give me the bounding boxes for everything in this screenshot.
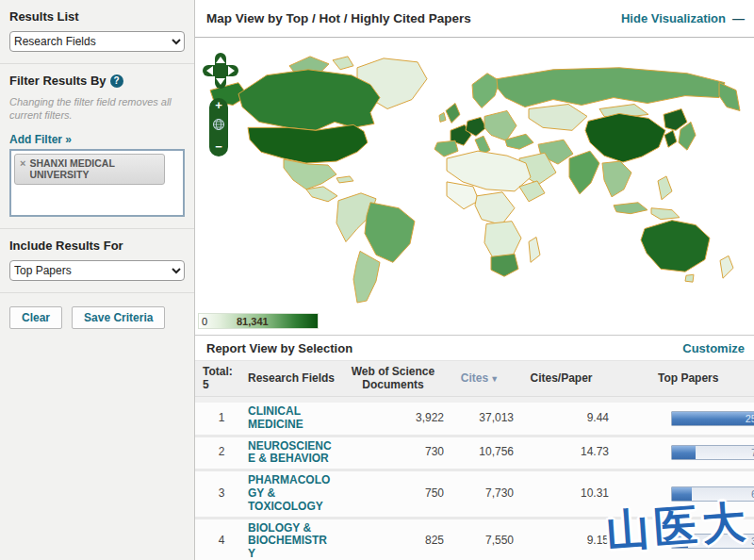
include-results-section: Include Results For Top Papers [0, 229, 194, 293]
filter-box: × SHANXI MEDICAL UNIVERSITY [9, 149, 185, 217]
table-row: 1 CLINICAL MEDICINE 3,922 37,013 9.44 25 [195, 397, 754, 435]
table-row: 2 NEUROSCIENCE & BEHAVIOR 730 10,756 14.… [195, 435, 754, 469]
cites-cell: 10,756 [446, 446, 514, 459]
rank-cell: 3 [195, 487, 248, 501]
cites-sort-header[interactable]: Cites▼ [446, 372, 514, 386]
wos-documents-header: Web of Science Documents [342, 366, 446, 392]
total-header: Total: 5 [195, 366, 248, 392]
help-icon[interactable]: ? [110, 74, 123, 88]
rank-cell: 2 [195, 446, 248, 459]
cites-cell: 7,730 [446, 487, 514, 501]
documents-cell: 730 [342, 446, 446, 459]
cites-cell: 7,550 [446, 535, 514, 548]
include-results-heading: Include Results For [9, 239, 185, 253]
table-header-row: Total: 5 Research Fields Web of Science … [195, 361, 754, 397]
visualization-header: Map View by Top / Hot / Highly Cited Pap… [195, 0, 754, 38]
field-cell: BIOLOGY & BIOCHEMISTRY [248, 522, 342, 560]
top-papers-header: Top Papers [613, 372, 754, 386]
results-list-heading: Results List [9, 9, 185, 24]
cites-per-paper-cell: 9.44 [514, 412, 613, 425]
top-papers-cell: 7 [613, 445, 754, 460]
top-papers-value: 25 [746, 413, 754, 425]
top-papers-bar: 25 [671, 411, 754, 426]
documents-cell: 825 [342, 535, 446, 548]
research-field-link[interactable]: PHARMACOLOGY & TOXICOLOGY [248, 474, 333, 513]
report-header: Report View by Selection Customize [195, 335, 754, 361]
filter-by-heading: Filter Results By? [9, 74, 185, 88]
top-papers-cell: 25 [613, 411, 754, 426]
filter-note: Changing the filter field removes all cu… [9, 95, 185, 123]
watermark: 山医大 [604, 493, 752, 560]
cites-per-paper-header: Cites/Paper [514, 372, 613, 386]
top-papers-bar-fill [672, 412, 754, 425]
sidebar: Results List Research Fields Filter Resu… [0, 0, 195, 560]
filter-chip[interactable]: × SHANXI MEDICAL UNIVERSITY [14, 154, 165, 185]
criteria-buttons: Clear Save Criteria [0, 293, 194, 340]
cites-per-paper-cell: 9.15 [514, 535, 613, 548]
top-papers-bar-fill [672, 446, 696, 459]
clear-button[interactable]: Clear [9, 306, 62, 329]
customize-link[interactable]: Customize [682, 341, 745, 355]
map-pan-control[interactable] [203, 53, 238, 89]
save-criteria-button[interactable]: Save Criteria [72, 306, 165, 329]
results-list-select[interactable]: Research Fields [9, 31, 185, 52]
research-fields-header: Research Fields [248, 372, 342, 386]
filter-chip-label: SHANXI MEDICAL UNIVERSITY [29, 157, 159, 181]
page: Results List Research Fields Filter Resu… [0, 0, 754, 560]
rank-cell: 4 [195, 535, 248, 548]
research-field-link[interactable]: BIOLOGY & BIOCHEMISTRY [248, 522, 333, 560]
field-cell: PHARMACOLOGY & TOXICOLOGY [248, 474, 342, 513]
cites-per-paper-cell: 10.31 [514, 487, 613, 501]
map-legend: 0 81,341 [198, 313, 319, 329]
legend-max-label: 81,341 [237, 316, 269, 327]
legend-min-label: 0 [202, 316, 207, 327]
cites-per-paper-cell: 14.73 [514, 446, 613, 459]
viz-title: Map View by Top / Hot / Highly Cited Pap… [206, 11, 471, 25]
research-field-link[interactable]: NEUROSCIENCE & BEHAVIOR [248, 440, 333, 467]
top-papers-bar: 7 [671, 445, 754, 460]
map-panel: + − 0 81,341 [195, 38, 754, 335]
zoom-out-button[interactable]: − [215, 140, 222, 154]
field-cell: CLINICAL MEDICINE [248, 405, 342, 432]
hide-visualization-link[interactable]: Hide Visualization— [621, 11, 745, 25]
report-title: Report View by Selection [206, 341, 352, 355]
documents-cell: 3,922 [342, 412, 446, 425]
main-content: Map View by Top / Hot / Highly Cited Pap… [195, 0, 754, 560]
map-zoom-control: + − [209, 98, 228, 156]
sort-down-icon: ▼ [490, 374, 499, 384]
globe-icon[interactable] [212, 118, 225, 135]
field-cell: NEUROSCIENCE & BEHAVIOR [248, 440, 342, 467]
minus-icon: — [732, 11, 745, 25]
rank-cell: 1 [195, 412, 248, 425]
add-filter-link[interactable]: Add Filter » [9, 133, 72, 146]
remove-filter-icon[interactable]: × [20, 157, 25, 169]
research-field-link[interactable]: CLINICAL MEDICINE [248, 405, 333, 432]
filter-section: Filter Results By? Changing the filter f… [0, 64, 194, 229]
results-list-section: Results List Research Fields [0, 0, 194, 64]
cites-cell: 37,013 [446, 412, 514, 425]
zoom-in-button[interactable]: + [215, 99, 222, 112]
documents-cell: 750 [342, 487, 446, 501]
include-results-select[interactable]: Top Papers [9, 260, 185, 281]
world-map[interactable] [195, 41, 754, 304]
